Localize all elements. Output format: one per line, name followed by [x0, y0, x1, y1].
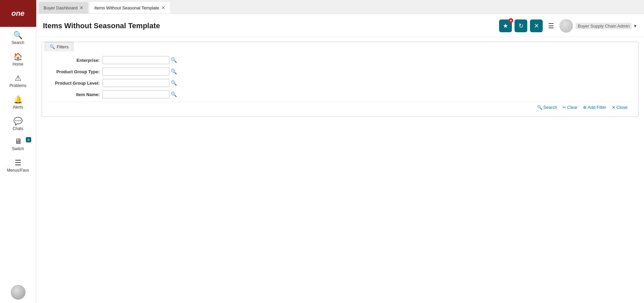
close-button[interactable]: ✕ — [530, 19, 543, 32]
filter-search-link-label: Search — [543, 105, 557, 110]
header-actions: ★ ★ ↻ ✕ ☰ Buyer Supply Chain A — [499, 19, 637, 33]
enterprise-search-icon[interactable]: 🔍 — [171, 57, 177, 63]
product-group-type-label: Product Group Type: — [49, 69, 102, 74]
avatar-icon — [11, 285, 25, 300]
page-title: Items Without Seasonal Template — [43, 21, 160, 30]
refresh-button[interactable]: ↻ — [515, 19, 527, 32]
tab-buyer-dashboard-label: Buyer Dashboard — [44, 5, 77, 10]
filters-panel: 🔍 Filters Enterprise: 🔍 Product Group Ty… — [42, 42, 639, 117]
sidebar-item-user-avatar[interactable] — [0, 280, 36, 303]
filter-row-enterprise: Enterprise: 🔍 — [49, 56, 632, 64]
menu-button[interactable]: ☰ — [545, 20, 557, 31]
filter-close-link[interactable]: ✕ Close — [612, 105, 628, 110]
product-group-type-search-icon[interactable]: 🔍 — [171, 69, 177, 75]
close-icon: ✕ — [534, 22, 539, 30]
tab-items-without-seasonal[interactable]: Items Without Seasonal Template ✕ — [90, 2, 170, 13]
sidebar-item-home[interactable]: 🏠 Home — [0, 48, 36, 70]
refresh-icon: ↻ — [519, 22, 524, 30]
filter-row-product-group-level: Product Group Level: 🔍 — [49, 79, 632, 87]
filter-add-link[interactable]: ⊕ Add Filter — [583, 105, 606, 110]
content-header: Items Without Seasonal Template ★ ★ ↻ ✕ … — [36, 14, 644, 37]
main-area: Buyer Dashboard ✕ Items Without Seasonal… — [36, 0, 644, 303]
filter-add-link-icon: ⊕ — [583, 105, 587, 110]
sidebar-item-switch[interactable]: 🖥 Switch ≡ — [0, 134, 36, 155]
chat-icon: 💬 — [13, 118, 22, 125]
filter-close-link-icon: ✕ — [612, 105, 615, 110]
dropdown-chevron-icon: ▼ — [633, 24, 637, 29]
filter-search-link[interactable]: 🔍 Search — [537, 105, 557, 110]
sidebar: one 🔍 Search 🏠 Home ⚠ Problems 🔔 Alerts … — [0, 0, 36, 303]
user-section: Buyer Supply Chain Admin ▼ — [559, 19, 637, 33]
sidebar-item-problems[interactable]: ⚠ Problems — [0, 70, 36, 91]
item-name-label: Item Name: — [49, 92, 102, 97]
sidebar-item-search[interactable]: 🔍 Search — [0, 27, 36, 48]
filter-add-link-label: Add Filter — [588, 105, 606, 110]
filters-tab[interactable]: 🔍 Filters — [45, 42, 73, 51]
content-area: Items Without Seasonal Template ★ ★ ↻ ✕ … — [36, 14, 644, 303]
tab-buyer-dashboard[interactable]: Buyer Dashboard ✕ — [39, 2, 88, 13]
filter-clear-link-icon: ✂ — [562, 105, 566, 110]
filter-actions: 🔍 Search ✂ Clear ⊕ Add Filter ✕ Close — [49, 102, 632, 111]
tab-buyer-dashboard-close[interactable]: ✕ — [79, 5, 84, 10]
tab-items-without-seasonal-close[interactable]: ✕ — [161, 5, 165, 10]
sidebar-item-chats[interactable]: 💬 Chats — [0, 113, 36, 134]
filter-search-link-icon: 🔍 — [537, 105, 542, 110]
item-name-input-wrap: 🔍 — [102, 90, 177, 98]
sidebar-label-chats: Chats — [13, 126, 23, 131]
product-group-level-input-wrap: 🔍 — [102, 79, 177, 87]
sidebar-item-menus[interactable]: ☰ Menus/Favs — [0, 155, 36, 176]
user-dropdown-button[interactable]: Buyer Supply Chain Admin ▼ — [576, 23, 637, 29]
tab-items-without-seasonal-label: Items Without Seasonal Template — [94, 5, 159, 10]
sidebar-label-menus: Menus/Favs — [7, 168, 29, 173]
logo-text: one — [11, 9, 24, 18]
product-group-level-input[interactable] — [102, 79, 169, 87]
filter-clear-link[interactable]: ✂ Clear — [562, 105, 578, 110]
warning-icon: ⚠ — [15, 75, 21, 82]
user-name: Buyer Supply Chain Admin — [576, 23, 632, 29]
tabs-bar: Buyer Dashboard ✕ Items Without Seasonal… — [36, 0, 644, 14]
enterprise-input-wrap: 🔍 — [102, 56, 177, 64]
avatar-image — [559, 19, 573, 33]
sidebar-item-alerts[interactable]: 🔔 Alerts — [0, 91, 36, 113]
bell-icon: 🔔 — [13, 96, 22, 103]
search-icon: 🔍 — [13, 32, 22, 39]
home-icon: 🏠 — [13, 53, 22, 60]
sidebar-label-home: Home — [12, 62, 23, 67]
item-name-input[interactable] — [102, 90, 169, 98]
item-name-search-icon[interactable]: 🔍 — [171, 91, 177, 97]
filter-row-product-group-type: Product Group Type: 🔍 — [49, 68, 632, 76]
filter-clear-link-label: Clear — [567, 105, 578, 110]
switch-badge: ≡ — [26, 137, 31, 142]
product-group-level-label: Product Group Level: — [49, 81, 102, 86]
product-group-type-input[interactable] — [102, 68, 169, 76]
filters-tab-label: Filters — [57, 44, 68, 49]
menu-icon: ☰ — [15, 159, 21, 167]
sidebar-label-switch: Switch — [12, 146, 24, 151]
favorite-button[interactable]: ★ ★ — [499, 19, 512, 32]
enterprise-label: Enterprise: — [49, 58, 102, 63]
user-avatar — [559, 19, 573, 33]
sidebar-label-alerts: Alerts — [13, 105, 23, 110]
filter-search-icon: 🔍 — [50, 44, 55, 49]
filter-row-item-name: Item Name: 🔍 — [49, 90, 632, 98]
notification-dot: ★ — [508, 18, 513, 23]
app-logo[interactable]: one — [0, 0, 36, 27]
filter-close-link-label: Close — [616, 105, 628, 110]
product-group-type-input-wrap: 🔍 — [102, 68, 177, 76]
sidebar-label-problems: Problems — [9, 83, 26, 88]
product-group-level-search-icon[interactable]: 🔍 — [171, 80, 177, 86]
hamburger-icon: ☰ — [548, 22, 554, 30]
sidebar-label-search: Search — [11, 40, 24, 45]
star-icon: ★ — [503, 22, 508, 30]
filters-body: Enterprise: 🔍 Product Group Type: 🔍 Prod… — [42, 51, 638, 117]
enterprise-input[interactable] — [102, 56, 169, 64]
switch-icon: 🖥 — [14, 138, 22, 145]
